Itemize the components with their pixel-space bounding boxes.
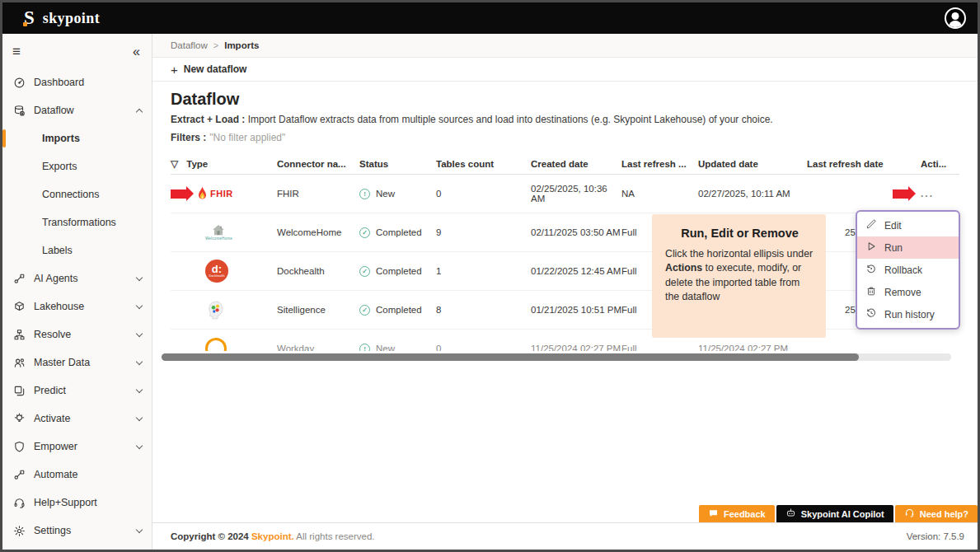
gear-icon — [12, 524, 26, 537]
sidebar-item-exports[interactable]: Exports — [2, 152, 152, 180]
updated-date: 11/25/2024 02:27 PM — [698, 344, 807, 351]
status-completed-icon: ✓ — [359, 266, 370, 277]
new-dataflow-button[interactable]: + New dataflow — [171, 63, 246, 77]
main-panel: Dataflow > Imports + New dataflow Datafl… — [152, 34, 978, 550]
table-row-sitelligence[interactable]: Sitelligence ✓Completed 8 01/21/2025 10:… — [171, 291, 959, 330]
status-label: Completed — [376, 305, 422, 315]
dockhealth-logo-icon: d:Dockhealth — [205, 260, 228, 283]
created-date: 01/21/2025 10:51 PM — [531, 305, 621, 315]
chevron-down-icon — [136, 358, 143, 364]
status-label: Completed — [376, 266, 422, 276]
sidebar-item-settings[interactable]: Settings — [2, 517, 152, 545]
dockhealth-logo-caption: Dockhealth — [209, 275, 225, 278]
table-body: FHIR FHIR !New 0 02/25/2025, 10:36 AM NA… — [171, 175, 959, 351]
breadcrumb-dataflow[interactable]: Dataflow — [171, 40, 208, 50]
status-new-icon: ! — [359, 344, 370, 352]
user-avatar[interactable] — [945, 7, 966, 29]
copilot-icon — [785, 508, 796, 520]
version-text: Version: 7.5.9 — [907, 531, 964, 541]
lakehouse-icon — [12, 300, 26, 313]
fhir-logo-text: FHIR — [210, 189, 233, 199]
actions-ellipsis[interactable]: ... — [921, 188, 934, 199]
master-data-icon — [12, 356, 26, 369]
menu-item-rollback[interactable]: Rollback — [857, 259, 959, 281]
automate-icon — [12, 468, 26, 481]
created-date: 02/11/2025 03:50 AM — [531, 227, 621, 237]
sidebar-item-connections[interactable]: Connections — [2, 180, 152, 208]
table-row-fhir[interactable]: FHIR FHIR !New 0 02/25/2025, 10:36 AM NA… — [171, 175, 959, 213]
created-date: 01/22/2025 12:45 AM — [531, 266, 621, 276]
chevron-down-icon — [136, 414, 143, 420]
filter-funnel-icon[interactable]: ▽ — [171, 158, 178, 170]
sidebar-item-lakehouse[interactable]: Lakehouse — [2, 292, 152, 320]
edit-pencil-icon — [865, 218, 877, 232]
sidebar-item-dashboard[interactable]: Dashboard — [2, 68, 152, 96]
sidebar-item-resolve[interactable]: Resolve — [2, 320, 152, 349]
connector-name: Sitelligence — [277, 305, 359, 315]
headset-icon — [12, 496, 26, 509]
run-play-icon — [865, 241, 877, 255]
topbar: S skypoint — [2, 2, 978, 34]
table-row-welcomehome[interactable]: WelcomeHome WelcomeHome ✓Completed 9 02/… — [171, 213, 959, 252]
sitelligence-logo-icon — [205, 300, 226, 320]
sidebar-item-transformations[interactable]: Transformations — [2, 208, 152, 236]
empower-shield-icon — [12, 440, 26, 453]
feedback-button[interactable]: Feedback — [699, 505, 775, 522]
dataflow-icon — [12, 104, 26, 117]
predict-icon — [12, 384, 26, 397]
menu-item-remove[interactable]: Remove — [857, 281, 959, 303]
tables-count: 8 — [436, 305, 531, 315]
sidebar-item-labels[interactable]: Labels — [2, 236, 152, 264]
hamburger-menu-icon[interactable]: ≡ — [12, 44, 21, 60]
tables-count: 1 — [436, 266, 531, 276]
sidebar: ≡ « Dashboard Dataflow Imports Exports C… — [2, 34, 152, 550]
connector-name: Workday — [277, 344, 359, 351]
status-label: New — [376, 344, 395, 351]
sidebar-item-dataflow[interactable]: Dataflow — [2, 96, 152, 124]
remove-trash-icon — [865, 285, 877, 299]
created-date: 11/25/2024 02:27 PM — [531, 344, 621, 351]
skypoint-ai-copilot-button[interactable]: Skypoint AI Copilot — [776, 505, 893, 522]
activate-icon — [12, 412, 26, 425]
table-header-row: ▽ Type Connector na... Status Tables cou… — [171, 153, 959, 175]
callout-title: Run, Edit or Remove — [665, 227, 814, 240]
tutorial-callout: Run, Edit or Remove Click the horizontal… — [652, 214, 826, 338]
skypoint-link[interactable]: Skypoint. — [251, 531, 294, 541]
annotation-arrow-icon — [171, 189, 186, 199]
chevron-down-icon — [136, 330, 143, 336]
sidebar-item-master-data[interactable]: Master Data — [2, 349, 152, 377]
chevron-down-icon — [136, 526, 143, 532]
help-headset-icon — [904, 508, 915, 520]
tables-count: 0 — [436, 344, 531, 351]
dataflow-table: ▽ Type Connector na... Status Tables cou… — [171, 153, 959, 351]
horizontal-scrollbar[interactable] — [162, 353, 951, 361]
footer: Copyright © 2024 Skypoint. All rights re… — [152, 522, 978, 550]
sidebar-item-automate[interactable]: Automate — [2, 461, 152, 489]
welcomehome-logo-caption: WelcomeHome — [205, 236, 232, 241]
menu-item-edit[interactable]: Edit — [857, 214, 959, 236]
scrollbar-thumb[interactable] — [162, 353, 859, 361]
connector-name: FHIR — [277, 189, 359, 199]
sidebar-item-empower[interactable]: Empower — [2, 433, 152, 461]
chevron-down-icon — [136, 386, 143, 392]
filters-value: "No filter applied" — [209, 132, 285, 143]
need-help-button[interactable]: Need help? — [895, 505, 978, 522]
sidebar-item-help-support[interactable]: Help+Support — [2, 489, 152, 517]
sidebar-collapse-icon[interactable]: « — [133, 44, 140, 59]
table-row-workday[interactable]: Workday !New 0 11/25/2024 02:27 PM Full … — [171, 330, 959, 351]
chevron-up-icon — [136, 108, 143, 115]
sidebar-item-imports[interactable]: Imports — [2, 124, 152, 152]
resolve-icon — [12, 328, 26, 341]
sidebar-item-ai-agents[interactable]: AI Agents — [2, 264, 152, 292]
status-completed-icon: ✓ — [359, 227, 370, 238]
tables-count: 9 — [436, 227, 531, 237]
table-row-dockhealth[interactable]: d:Dockhealth Dockhealth ✓Completed 1 01/… — [171, 252, 959, 291]
chevron-down-icon — [136, 442, 143, 448]
history-clock-icon — [865, 307, 877, 321]
menu-item-run[interactable]: Run — [857, 236, 959, 259]
connector-name: Dockhealth — [277, 266, 359, 276]
breadcrumb-separator: > — [213, 40, 218, 50]
sidebar-item-activate[interactable]: Activate — [2, 405, 152, 433]
menu-item-run-history[interactable]: Run history — [857, 303, 959, 325]
sidebar-item-predict[interactable]: Predict — [2, 377, 152, 405]
